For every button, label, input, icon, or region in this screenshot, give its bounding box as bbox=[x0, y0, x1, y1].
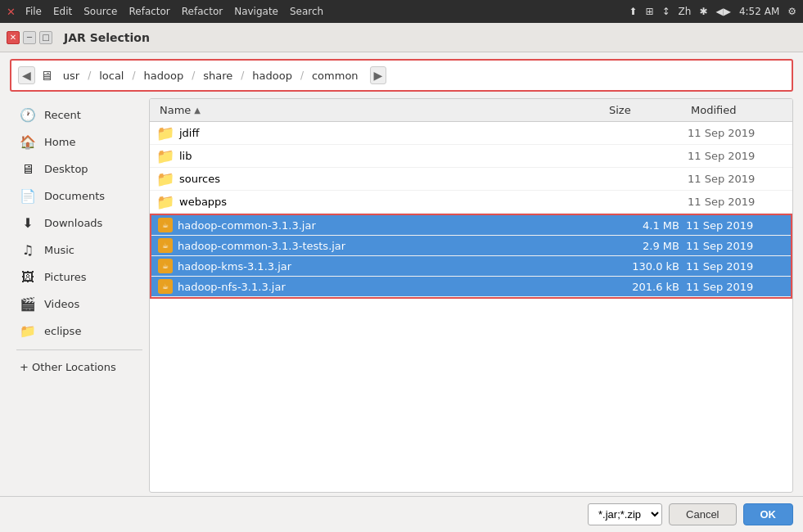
jar-icon: ☕ bbox=[158, 259, 173, 273]
col-modified-header[interactable]: Modified bbox=[688, 102, 786, 118]
path-forward-button[interactable]: ▶ bbox=[370, 66, 387, 84]
os-grid-icon: ⊞ bbox=[645, 6, 653, 17]
os-transfer-icon: ↕ bbox=[661, 6, 670, 17]
file-size: 2.9 MB bbox=[604, 240, 686, 252]
sidebar-other-locations[interactable]: + Other Locations bbox=[10, 355, 149, 379]
cancel-button[interactable]: Cancel bbox=[669, 503, 736, 525]
downloads-icon: ⬇ bbox=[20, 215, 36, 231]
os-time: 4:52 AM bbox=[739, 6, 779, 17]
col-size-header[interactable]: Size bbox=[606, 102, 688, 118]
os-close-btn[interactable]: ✕ bbox=[7, 6, 16, 18]
path-breadcrumb-bar: ◀ 🖥 usr / local / hadoop / share / hadoo… bbox=[10, 59, 793, 92]
file-date: 11 Sep 2019 bbox=[686, 240, 784, 252]
path-crumb-local[interactable]: local bbox=[94, 68, 129, 83]
dialog-title: JAR Selection bbox=[64, 31, 150, 44]
menu-edit[interactable]: Edit bbox=[53, 6, 72, 17]
file-name: jdiff bbox=[179, 127, 199, 139]
file-name: sources bbox=[179, 173, 220, 185]
file-date: 11 Sep 2019 bbox=[686, 219, 784, 232]
file-type-filter[interactable]: *.jar;*.zip bbox=[588, 503, 662, 525]
file-name: hadoop-common-3.1.3-tests.jar bbox=[178, 240, 345, 252]
path-crumb-usr[interactable]: usr bbox=[58, 68, 84, 83]
sidebar-label-videos: Videos bbox=[44, 298, 79, 310]
file-date: 11 Sep 2019 bbox=[688, 173, 786, 185]
path-sep-3: / bbox=[192, 70, 195, 81]
sidebar-item-downloads[interactable]: ⬇ Downloads bbox=[10, 210, 149, 237]
sidebar-label-documents: Documents bbox=[44, 190, 105, 202]
table-row[interactable]: ☕ hadoop-common-3.1.3-tests.jar 2.9 MB 1… bbox=[151, 236, 791, 256]
table-row[interactable]: 📁 jdiff 11 Sep 2019 bbox=[150, 122, 792, 145]
os-lang-icon: Zh bbox=[679, 6, 692, 17]
col-size-label: Size bbox=[609, 104, 631, 116]
path-sep-4: / bbox=[241, 70, 244, 81]
jar-selection-dialog: ✕ ─ □ JAR Selection ◀ 🖥 usr / local / ha… bbox=[0, 23, 803, 532]
file-name-cell: ☕ hadoop-nfs-3.1.3.jar bbox=[158, 279, 604, 294]
eclipse-icon: 📁 bbox=[20, 323, 36, 339]
table-row[interactable]: ☕ hadoop-nfs-3.1.3.jar 201.6 kB 11 Sep 2… bbox=[151, 277, 791, 297]
path-crumb-hadoop1[interactable]: hadoop bbox=[139, 68, 189, 83]
close-button[interactable]: ✕ bbox=[7, 31, 20, 44]
path-crumb-share[interactable]: share bbox=[198, 68, 237, 83]
sidebar-item-recent[interactable]: 🕐 Recent bbox=[10, 101, 149, 128]
documents-icon: 📄 bbox=[20, 188, 36, 204]
home-icon: 🏠 bbox=[20, 134, 36, 150]
menu-source[interactable]: Source bbox=[83, 6, 117, 17]
file-header: Name ▲ Size Modified bbox=[150, 99, 792, 122]
menu-refactor1[interactable]: Refactor bbox=[129, 6, 169, 17]
folder-icon: 📁 bbox=[156, 193, 174, 210]
folder-icon: 📁 bbox=[156, 170, 174, 187]
sidebar-item-pictures[interactable]: 🖼 Pictures bbox=[10, 264, 149, 291]
sidebar-item-music[interactable]: ♫ Music bbox=[10, 237, 149, 264]
path-sep-2: / bbox=[132, 70, 135, 81]
main-area: 🕐 Recent 🏠 Home 🖥 Desktop 📄 Documents ⬇ … bbox=[0, 95, 803, 496]
sidebar-item-eclipse[interactable]: 📁 eclipse bbox=[10, 318, 149, 345]
path-crumb-hadoop2[interactable]: hadoop bbox=[247, 68, 297, 83]
os-volume-icon: ◀▶ bbox=[715, 6, 730, 17]
folder-icon: 📁 bbox=[156, 124, 174, 142]
os-upload-icon: ⬆ bbox=[629, 6, 637, 17]
minimize-button[interactable]: ─ bbox=[23, 31, 36, 44]
menu-search[interactable]: Search bbox=[290, 6, 323, 17]
path-crumb-common[interactable]: common bbox=[307, 68, 363, 83]
path-back-button[interactable]: ◀ bbox=[18, 66, 35, 84]
col-name-label: Name bbox=[160, 104, 191, 116]
ok-button[interactable]: OK bbox=[743, 503, 794, 525]
menu-refactor2[interactable]: Refactor bbox=[182, 6, 223, 17]
table-row[interactable]: ☕ hadoop-kms-3.1.3.jar 130.0 kB 11 Sep 2… bbox=[151, 256, 791, 277]
sidebar-label-home: Home bbox=[44, 136, 75, 148]
selected-jars-group: ☕ hadoop-common-3.1.3.jar 4.1 MB 11 Sep … bbox=[150, 214, 792, 299]
os-bar-left: ✕ File Edit Source Refactor Refactor Nav… bbox=[7, 6, 323, 18]
table-row[interactable]: 📁 webapps 11 Sep 2019 bbox=[150, 191, 792, 214]
file-size: 201.6 kB bbox=[604, 281, 686, 293]
file-name-cell: 📁 lib bbox=[156, 147, 606, 165]
table-row[interactable]: 📁 lib 11 Sep 2019 bbox=[150, 145, 792, 168]
sidebar-item-desktop[interactable]: 🖥 Desktop bbox=[10, 156, 149, 183]
maximize-button[interactable]: □ bbox=[39, 31, 52, 44]
desktop-icon: 🖥 bbox=[20, 161, 36, 177]
table-row[interactable]: 📁 sources 11 Sep 2019 bbox=[150, 168, 792, 191]
file-name: webapps bbox=[179, 196, 227, 208]
sidebar-label-recent: Recent bbox=[44, 109, 81, 121]
sidebar-label-pictures: Pictures bbox=[44, 271, 86, 283]
bottom-bar: *.jar;*.zip Cancel OK bbox=[0, 496, 803, 532]
col-name-header[interactable]: Name ▲ bbox=[156, 102, 606, 118]
col-modified-label: Modified bbox=[691, 104, 736, 116]
file-name: hadoop-kms-3.1.3.jar bbox=[178, 260, 291, 273]
os-bluetooth-icon: ✱ bbox=[699, 6, 707, 17]
file-date: 11 Sep 2019 bbox=[688, 196, 786, 208]
sidebar-item-videos[interactable]: 🎬 Videos bbox=[10, 291, 149, 318]
file-size: 130.0 kB bbox=[604, 260, 686, 273]
menu-file[interactable]: File bbox=[25, 6, 42, 17]
table-row[interactable]: ☕ hadoop-common-3.1.3.jar 4.1 MB 11 Sep … bbox=[151, 215, 791, 236]
file-date: 11 Sep 2019 bbox=[686, 260, 784, 273]
file-list: 📁 jdiff 11 Sep 2019 📁 lib 11 Sep 2019 bbox=[150, 122, 792, 492]
window-controls: ✕ ─ □ bbox=[7, 31, 52, 44]
jar-icon: ☕ bbox=[158, 238, 173, 253]
menu-navigate[interactable]: Navigate bbox=[234, 6, 278, 17]
file-size: 4.1 MB bbox=[604, 219, 686, 232]
pictures-icon: 🖼 bbox=[20, 269, 36, 285]
sidebar-item-documents[interactable]: 📄 Documents bbox=[10, 183, 149, 210]
os-settings-icon[interactable]: ⚙ bbox=[787, 6, 796, 17]
sidebar-divider bbox=[16, 349, 142, 350]
sidebar-item-home[interactable]: 🏠 Home bbox=[10, 128, 149, 156]
